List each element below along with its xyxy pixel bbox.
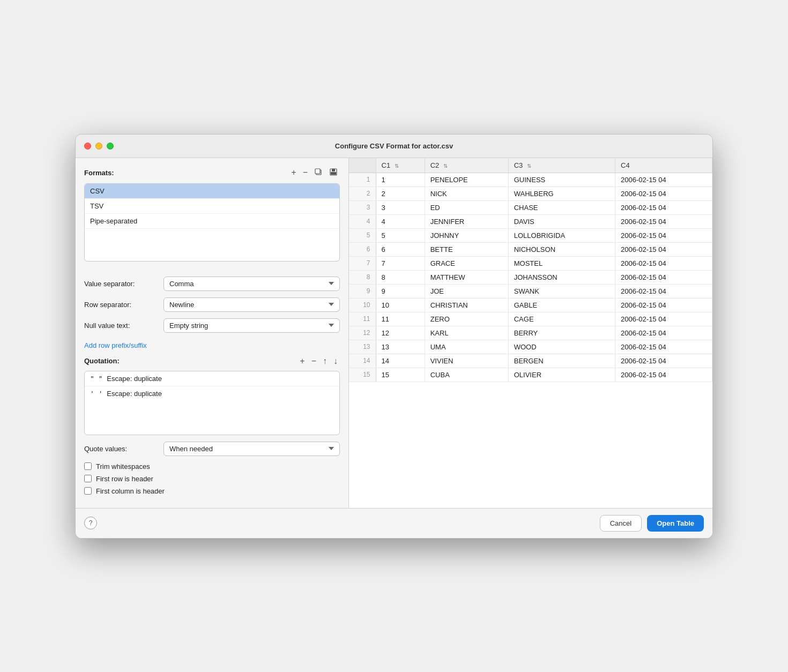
add-row-prefix-link[interactable]: Add row prefix/suffix <box>84 341 340 349</box>
col-header-c1[interactable]: C1 ⇅ <box>376 158 425 173</box>
row-number: 3 <box>349 200 376 214</box>
cancel-button[interactable]: Cancel <box>600 515 642 532</box>
format-item-pipe[interactable]: Pipe-separated <box>85 214 339 229</box>
first-row-header-row: First row is header <box>84 475 340 483</box>
row-number: 12 <box>349 326 376 340</box>
row-number: 8 <box>349 270 376 284</box>
cell-c1: 1 <box>376 173 425 186</box>
cell-c4: 2006-02-15 04 <box>615 242 712 256</box>
cell-c3: WOOD <box>508 340 615 354</box>
first-col-header-checkbox[interactable] <box>84 487 92 495</box>
cell-c3: WAHLBERG <box>508 186 615 200</box>
trim-whitespaces-label[interactable]: Trim whitespaces <box>96 462 150 471</box>
table-row: 5 5 JOHNNY LOLLOBRIGIDA 2006-02-15 04 <box>349 228 712 242</box>
remove-format-button[interactable]: − <box>301 167 310 178</box>
formats-header: Formats: + − <box>84 167 340 179</box>
cell-c4: 2006-02-15 04 <box>615 228 712 242</box>
cell-c1: 6 <box>376 242 425 256</box>
cell-c2: MATTHEW <box>425 270 508 284</box>
row-number: 9 <box>349 284 376 298</box>
cell-c1: 15 <box>376 368 425 382</box>
row-number: 14 <box>349 354 376 368</box>
maximize-button[interactable] <box>107 143 114 150</box>
first-col-header-label[interactable]: First column is header <box>96 487 165 495</box>
cell-c4: 2006-02-15 04 <box>615 270 712 284</box>
close-button[interactable] <box>84 143 91 150</box>
window-title: Configure CSV Format for actor.csv <box>335 142 453 150</box>
single-quote-char: ' ' <box>90 390 107 398</box>
col-header-c3[interactable]: C3 ⇅ <box>508 158 615 173</box>
left-panel: Formats: + − <box>76 158 349 508</box>
add-quotation-button[interactable]: + <box>298 356 307 367</box>
add-format-button[interactable]: + <box>289 167 298 178</box>
cell-c4: 2006-02-15 04 <box>615 298 712 312</box>
cell-c3: CHASE <box>508 200 615 214</box>
value-separator-row: Value separator: Comma Tab Semicolon Spa… <box>84 277 340 291</box>
row-number: 6 <box>349 242 376 256</box>
cell-c1: 12 <box>376 326 425 340</box>
cell-c1: 2 <box>376 186 425 200</box>
quotation-label: Quotation: <box>84 357 298 365</box>
cell-c1: 5 <box>376 228 425 242</box>
open-table-button[interactable]: Open Table <box>647 515 704 532</box>
formats-section: Formats: + − <box>84 167 340 270</box>
cell-c2: CHRISTIAN <box>425 298 508 312</box>
col-header-c4: C4 <box>615 158 712 173</box>
traffic-lights <box>84 143 114 150</box>
row-separator-select[interactable]: Newline CR+LF CR <box>163 297 340 312</box>
help-button[interactable]: ? <box>84 517 97 529</box>
svg-rect-4 <box>331 172 336 175</box>
null-value-label: Null value text: <box>84 322 159 330</box>
panels-row: Formats: + − <box>76 158 712 508</box>
table-row: 7 7 GRACE MOSTEL 2006-02-15 04 <box>349 256 712 270</box>
cell-c4: 2006-02-15 04 <box>615 186 712 200</box>
formats-label: Formats: <box>84 169 289 177</box>
cell-c1: 3 <box>376 200 425 214</box>
format-item-tsv[interactable]: TSV <box>85 199 339 214</box>
cell-c2: NICK <box>425 186 508 200</box>
row-number: 11 <box>349 312 376 326</box>
trim-whitespaces-checkbox[interactable] <box>84 462 92 470</box>
table-row: 15 15 CUBA OLIVIER 2006-02-15 04 <box>349 368 712 382</box>
save-format-button[interactable] <box>327 167 340 179</box>
minimize-button[interactable] <box>95 143 102 150</box>
footer-buttons: Cancel Open Table <box>600 515 704 532</box>
quotation-item-double[interactable]: " " Escape: duplicate <box>85 371 339 386</box>
format-item-empty <box>85 229 339 261</box>
first-row-header-checkbox[interactable] <box>84 475 92 482</box>
table-row: 14 14 VIVIEN BERGEN 2006-02-15 04 <box>349 354 712 368</box>
format-item-csv[interactable]: CSV <box>85 184 339 199</box>
col-header-c2[interactable]: C2 ⇅ <box>425 158 508 173</box>
remove-quotation-button[interactable]: − <box>309 356 318 367</box>
value-separator-select[interactable]: Comma Tab Semicolon Space Pipe <box>163 277 340 291</box>
null-value-select[interactable]: Empty string NULL null \N <box>163 318 340 333</box>
cell-c1: 10 <box>376 298 425 312</box>
table-row: 8 8 MATTHEW JOHANSSON 2006-02-15 04 <box>349 270 712 284</box>
cell-c3: JOHANSSON <box>508 270 615 284</box>
cell-c2: GRACE <box>425 256 508 270</box>
first-row-header-label[interactable]: First row is header <box>96 475 153 483</box>
quotation-item-single[interactable]: ' ' Escape: duplicate <box>85 386 339 401</box>
cell-c2: PENELOPE <box>425 173 508 186</box>
move-down-quotation-button[interactable]: ↓ <box>331 356 340 367</box>
table-row: 1 1 PENELOPE GUINESS 2006-02-15 04 <box>349 173 712 186</box>
cell-c4: 2006-02-15 04 <box>615 340 712 354</box>
cell-c2: JOE <box>425 284 508 298</box>
double-quote-char: " " <box>90 375 107 383</box>
cell-c4: 2006-02-15 04 <box>615 173 712 186</box>
cell-c4: 2006-02-15 04 <box>615 326 712 340</box>
cell-c4: 2006-02-15 04 <box>615 354 712 368</box>
quote-values-select[interactable]: When needed Always Never <box>163 442 340 456</box>
cell-c3: BERRY <box>508 326 615 340</box>
cell-c4: 2006-02-15 04 <box>615 200 712 214</box>
quotation-header: Quotation: + − ↑ ↓ <box>84 356 340 367</box>
main-window: Configure CSV Format for actor.csv Forma… <box>75 134 713 539</box>
table-row: 3 3 ED CHASE 2006-02-15 04 <box>349 200 712 214</box>
row-number: 10 <box>349 298 376 312</box>
cell-c2: JENNIFER <box>425 214 508 228</box>
cell-c3: GUINESS <box>508 173 615 186</box>
copy-format-button[interactable] <box>312 167 325 179</box>
table-body: 1 1 PENELOPE GUINESS 2006-02-15 04 2 2 N… <box>349 173 712 382</box>
move-up-quotation-button[interactable]: ↑ <box>321 356 329 367</box>
trim-whitespaces-row: Trim whitespaces <box>84 462 340 471</box>
